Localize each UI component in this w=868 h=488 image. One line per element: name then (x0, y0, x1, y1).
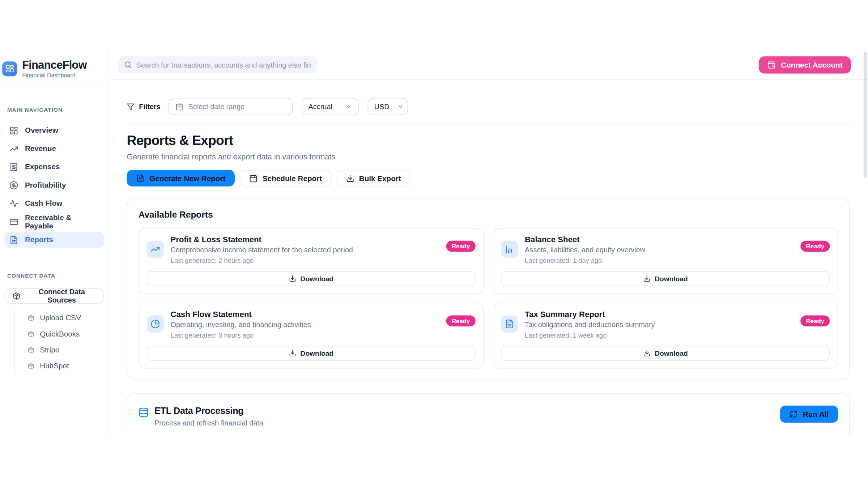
etl-section: ETL Data Processing Process and refresh … (127, 393, 850, 435)
download-button[interactable]: Download (147, 271, 476, 286)
connect-data-sources-label: Connect Data Sources (28, 288, 96, 304)
download-button[interactable]: Download (501, 346, 830, 361)
bulk-export-label: Bulk Export (359, 174, 401, 182)
app-logo (2, 61, 17, 76)
bar-chart-icon (505, 245, 514, 254)
activity-icon (9, 199, 18, 207)
sidebar-item-label: Expenses (25, 163, 60, 171)
sidebar-item-label: Profitability (25, 181, 66, 189)
data-source-label: QuickBooks (40, 330, 80, 338)
package-icon (28, 363, 34, 369)
filters-toggle[interactable]: Filters (127, 102, 161, 111)
download-button[interactable]: Download (501, 271, 830, 286)
brand-name: FinanceFlow (22, 59, 87, 70)
sidebar-item-label: Receivable & Payable (25, 213, 99, 230)
sidebar-item-label: Cash Flow (25, 199, 62, 207)
report-texts: Profit & Loss StatementComprehensive inc… (170, 235, 439, 265)
connect-data-sources-button[interactable]: Connect Data Sources (4, 288, 104, 304)
sidebar-item-reports[interactable]: Reports (4, 232, 104, 248)
connect-data-label: CONNECT DATA (7, 273, 109, 279)
report-texts: Tax Summary ReportTax obligations and de… (525, 310, 794, 339)
connect-sources-row: Connect Data Sources (4, 288, 104, 304)
download-icon (643, 350, 650, 357)
sidebar-item-overview[interactable]: Overview (4, 122, 104, 138)
date-range-picker[interactable]: Select date range (168, 98, 293, 115)
calendar-icon (249, 174, 258, 182)
trending-up-icon (9, 144, 18, 153)
report-description: Operating, investing, and financing acti… (170, 320, 439, 329)
sidebar-item-profitability[interactable]: Profitability (4, 177, 104, 193)
sidebar-item-revenue[interactable]: Revenue (4, 141, 104, 157)
etl-header: ETL Data Processing Process and refresh … (139, 406, 838, 427)
report-title: Cash Flow Statement (170, 310, 439, 318)
accounting-basis-select[interactable]: Accrual (302, 98, 359, 115)
data-source-label: Stripe (40, 346, 59, 354)
etl-title: ETL Data Processing (154, 406, 263, 416)
bulk-export-button[interactable]: Bulk Export (336, 170, 410, 187)
data-source-label: Upload CSV (40, 314, 81, 322)
download-label: Download (301, 350, 333, 357)
data-source-upload-csv[interactable]: Upload CSV (15, 310, 109, 326)
sidebar-item-expenses[interactable]: Expenses (4, 159, 104, 175)
download-button[interactable]: Download (147, 346, 476, 361)
report-card: Balance SheetAssets, liabilities, and eq… (493, 228, 838, 294)
report-description: Tax obligations and deductions summary (525, 320, 794, 329)
file-text-icon (505, 319, 514, 329)
schedule-report-button[interactable]: Schedule Report (240, 170, 331, 187)
file-text-icon (136, 174, 145, 182)
status-badge: Ready (800, 315, 830, 326)
status-badge: Ready (800, 241, 830, 252)
report-card: Profit & Loss StatementComprehensive inc… (139, 228, 484, 294)
generate-new-report-button[interactable]: Generate New Report (127, 170, 235, 187)
report-card-header: Cash Flow StatementOperating, investing,… (147, 310, 476, 339)
report-card-header: Tax Summary ReportTax obligations and de… (501, 310, 830, 339)
filters-row: Filters Select date range Accrual USD (127, 98, 850, 115)
report-title: Balance Sheet (525, 235, 794, 244)
available-reports-title: Available Reports (139, 210, 838, 220)
data-source-quickbooks[interactable]: QuickBooks (15, 326, 109, 342)
data-source-hubspot[interactable]: HubSpot (15, 358, 109, 374)
data-source-stripe[interactable]: Stripe (15, 342, 109, 358)
status-badge: Ready (446, 241, 476, 252)
main-navigation-label: MAIN NAVIGATION (7, 107, 109, 113)
run-all-button[interactable]: Run All (780, 406, 838, 423)
topbar: Connect Account (109, 50, 868, 80)
search-input[interactable] (136, 61, 311, 69)
currency-value: USD (374, 102, 390, 111)
report-card: Tax Summary ReportTax obligations and de… (493, 303, 838, 368)
package-icon (13, 292, 20, 300)
filters-label: Filters (139, 102, 161, 111)
sidebar-item-cash-flow[interactable]: Cash Flow (4, 195, 104, 211)
chevron-down-icon (397, 103, 404, 110)
database-icon (139, 407, 149, 418)
connect-account-label: Connect Account (781, 61, 842, 69)
package-icon (28, 331, 34, 337)
download-icon (346, 174, 354, 182)
report-texts: Cash Flow StatementOperating, investing,… (170, 310, 439, 339)
filter-funnel-icon (127, 103, 135, 110)
package-icon (28, 314, 34, 321)
sidebar-item-receivable-payable[interactable]: Receivable & Payable (4, 214, 104, 230)
file-text-icon (9, 235, 18, 244)
brand-tagline: Financial Dashboard (22, 72, 87, 78)
connect-account-button[interactable]: Connect Account (759, 56, 851, 73)
date-range-placeholder: Select date range (188, 102, 244, 111)
currency-select[interactable]: USD (367, 98, 408, 115)
accounting-basis-value: Accrual (309, 102, 332, 111)
status-badge: Ready (446, 315, 476, 326)
screen: FinanceFlow Financial Dashboard MAIN NAV… (0, 0, 868, 488)
report-texts: Balance SheetAssets, liabilities, and eq… (525, 235, 794, 265)
vertical-scrollbar-thumb[interactable] (864, 51, 867, 177)
report-last-generated: Last generated: 1 week ago (525, 331, 794, 339)
report-icon-chip (147, 315, 164, 332)
download-icon (289, 350, 296, 357)
chevron-down-icon (345, 103, 352, 110)
sidebar-item-label: Revenue (25, 144, 56, 153)
app-window: FinanceFlow Financial Dashboard MAIN NAV… (0, 50, 868, 435)
download-icon (643, 275, 650, 282)
etl-subtitle: Process and refresh financial data (154, 419, 263, 427)
refresh-icon (790, 410, 798, 418)
search-icon (124, 61, 132, 68)
search-box (118, 56, 317, 73)
report-card-header: Profit & Loss StatementComprehensive inc… (147, 235, 476, 265)
